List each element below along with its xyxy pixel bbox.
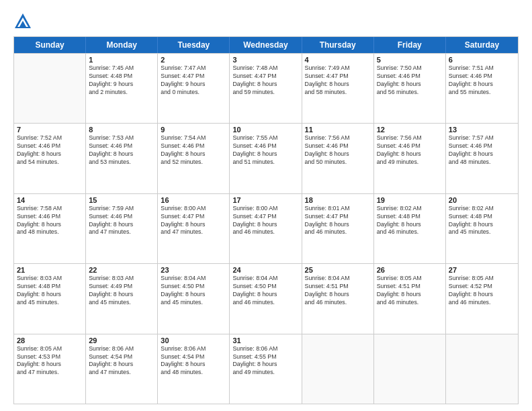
- day-number: 4: [305, 56, 371, 64]
- day-info: Sunrise: 7:55 AM Sunset: 4:46 PM Dayligh…: [232, 134, 298, 167]
- day-number: 25: [305, 266, 371, 274]
- day-info: Sunrise: 8:02 AM Sunset: 4:48 PM Dayligh…: [449, 205, 515, 237]
- header-day-tuesday: Tuesday: [158, 37, 230, 53]
- day-info: Sunrise: 7:50 AM Sunset: 4:46 PM Dayligh…: [377, 64, 443, 97]
- day-number: 28: [17, 336, 83, 345]
- day-number: 29: [89, 336, 154, 345]
- day-info: Sunrise: 8:01 AM Sunset: 4:47 PM Dayligh…: [305, 205, 371, 237]
- calendar-cell: 21Sunrise: 8:03 AM Sunset: 4:48 PM Dayli…: [14, 264, 86, 333]
- calendar-cell: 13Sunrise: 7:57 AM Sunset: 4:46 PM Dayli…: [446, 124, 518, 193]
- header-day-thursday: Thursday: [302, 37, 374, 53]
- week-row-3: 14Sunrise: 7:58 AM Sunset: 4:46 PM Dayli…: [14, 193, 518, 263]
- calendar-cell: 29Sunrise: 8:06 AM Sunset: 4:54 PM Dayli…: [86, 334, 158, 404]
- calendar-cell: 23Sunrise: 8:04 AM Sunset: 4:50 PM Dayli…: [158, 264, 230, 333]
- calendar-body: 1Sunrise: 7:45 AM Sunset: 4:48 PM Daylig…: [14, 53, 518, 404]
- week-row-5: 28Sunrise: 8:05 AM Sunset: 4:53 PM Dayli…: [14, 334, 518, 404]
- calendar-cell: 12Sunrise: 7:56 AM Sunset: 4:46 PM Dayli…: [374, 124, 446, 193]
- day-number: 19: [377, 196, 443, 204]
- calendar-cell: 17Sunrise: 8:00 AM Sunset: 4:47 PM Dayli…: [230, 194, 302, 263]
- calendar-cell: 16Sunrise: 8:00 AM Sunset: 4:47 PM Dayli…: [158, 194, 230, 263]
- calendar-cell: 28Sunrise: 8:05 AM Sunset: 4:53 PM Dayli…: [14, 334, 86, 404]
- calendar-cell: 7Sunrise: 7:52 AM Sunset: 4:46 PM Daylig…: [14, 124, 86, 193]
- day-info: Sunrise: 8:06 AM Sunset: 4:54 PM Dayligh…: [161, 345, 226, 377]
- day-number: 13: [449, 126, 515, 134]
- calendar-cell: 27Sunrise: 8:05 AM Sunset: 4:52 PM Dayli…: [446, 264, 518, 333]
- day-number: 24: [232, 266, 298, 274]
- header: [13, 12, 519, 31]
- day-info: Sunrise: 7:53 AM Sunset: 4:46 PM Dayligh…: [89, 134, 154, 167]
- day-info: Sunrise: 7:58 AM Sunset: 4:46 PM Dayligh…: [17, 205, 83, 237]
- calendar-cell: 3Sunrise: 7:48 AM Sunset: 4:47 PM Daylig…: [230, 54, 302, 123]
- day-info: Sunrise: 8:03 AM Sunset: 4:49 PM Dayligh…: [89, 275, 154, 307]
- week-row-1: 1Sunrise: 7:45 AM Sunset: 4:48 PM Daylig…: [14, 53, 518, 123]
- day-info: Sunrise: 8:06 AM Sunset: 4:55 PM Dayligh…: [232, 345, 298, 377]
- header-day-sunday: Sunday: [14, 37, 86, 53]
- day-info: Sunrise: 8:04 AM Sunset: 4:50 PM Dayligh…: [232, 275, 298, 307]
- day-number: 14: [17, 196, 83, 204]
- day-info: Sunrise: 8:03 AM Sunset: 4:48 PM Dayligh…: [17, 275, 83, 307]
- calendar-cell: 9Sunrise: 7:54 AM Sunset: 4:46 PM Daylig…: [158, 124, 230, 193]
- day-number: 31: [232, 336, 298, 345]
- day-info: Sunrise: 8:05 AM Sunset: 4:53 PM Dayligh…: [17, 345, 83, 377]
- day-number: 9: [161, 126, 226, 134]
- week-row-4: 21Sunrise: 8:03 AM Sunset: 4:48 PM Dayli…: [14, 263, 518, 333]
- day-number: 18: [305, 196, 371, 204]
- day-info: Sunrise: 8:00 AM Sunset: 4:47 PM Dayligh…: [232, 205, 298, 237]
- calendar-cell: 19Sunrise: 8:02 AM Sunset: 4:48 PM Dayli…: [374, 194, 446, 263]
- calendar-cell: 25Sunrise: 8:04 AM Sunset: 4:51 PM Dayli…: [302, 264, 374, 333]
- calendar-cell: [302, 334, 374, 404]
- page: SundayMondayTuesdayWednesdayThursdayFrid…: [0, 0, 532, 411]
- day-info: Sunrise: 8:04 AM Sunset: 4:50 PM Dayligh…: [161, 275, 226, 307]
- day-info: Sunrise: 7:56 AM Sunset: 4:46 PM Dayligh…: [377, 134, 443, 167]
- calendar-cell: 14Sunrise: 7:58 AM Sunset: 4:46 PM Dayli…: [14, 194, 86, 263]
- day-number: 20: [449, 196, 515, 204]
- calendar-cell: 31Sunrise: 8:06 AM Sunset: 4:55 PM Dayli…: [230, 334, 302, 404]
- calendar-cell: 30Sunrise: 8:06 AM Sunset: 4:54 PM Dayli…: [158, 334, 230, 404]
- calendar-cell: 11Sunrise: 7:56 AM Sunset: 4:46 PM Dayli…: [302, 124, 374, 193]
- day-number: 23: [161, 266, 226, 274]
- day-info: Sunrise: 8:05 AM Sunset: 4:51 PM Dayligh…: [377, 275, 443, 307]
- day-number: 30: [161, 336, 226, 345]
- day-number: 22: [89, 266, 154, 274]
- header-day-friday: Friday: [374, 37, 446, 53]
- day-info: Sunrise: 7:49 AM Sunset: 4:47 PM Dayligh…: [305, 64, 371, 97]
- calendar-cell: 15Sunrise: 7:59 AM Sunset: 4:46 PM Dayli…: [86, 194, 158, 263]
- calendar-cell: 26Sunrise: 8:05 AM Sunset: 4:51 PM Dayli…: [374, 264, 446, 333]
- day-number: 17: [232, 196, 298, 204]
- day-info: Sunrise: 8:02 AM Sunset: 4:48 PM Dayligh…: [377, 205, 443, 237]
- day-number: 10: [232, 126, 298, 134]
- day-number: 6: [449, 56, 515, 64]
- day-info: Sunrise: 7:59 AM Sunset: 4:46 PM Dayligh…: [89, 205, 154, 237]
- day-info: Sunrise: 7:52 AM Sunset: 4:46 PM Dayligh…: [17, 134, 83, 167]
- day-info: Sunrise: 7:57 AM Sunset: 4:46 PM Dayligh…: [449, 134, 515, 167]
- day-number: 21: [17, 266, 83, 274]
- day-number: 1: [89, 56, 154, 64]
- day-number: 7: [17, 126, 83, 134]
- day-info: Sunrise: 7:56 AM Sunset: 4:46 PM Dayligh…: [305, 134, 371, 167]
- calendar-cell: 8Sunrise: 7:53 AM Sunset: 4:46 PM Daylig…: [86, 124, 158, 193]
- header-day-monday: Monday: [86, 37, 158, 53]
- calendar-cell: 1Sunrise: 7:45 AM Sunset: 4:48 PM Daylig…: [86, 54, 158, 123]
- logo: [13, 12, 35, 31]
- day-info: Sunrise: 8:05 AM Sunset: 4:52 PM Dayligh…: [449, 275, 515, 307]
- day-info: Sunrise: 8:04 AM Sunset: 4:51 PM Dayligh…: [305, 275, 371, 307]
- day-number: 2: [161, 56, 226, 64]
- day-number: 16: [161, 196, 226, 204]
- calendar-cell: [446, 334, 518, 404]
- day-number: 8: [89, 126, 154, 134]
- calendar-cell: 2Sunrise: 7:47 AM Sunset: 4:47 PM Daylig…: [158, 54, 230, 123]
- header-day-saturday: Saturday: [446, 37, 518, 53]
- day-info: Sunrise: 7:48 AM Sunset: 4:47 PM Dayligh…: [232, 64, 298, 97]
- calendar-cell: 5Sunrise: 7:50 AM Sunset: 4:46 PM Daylig…: [374, 54, 446, 123]
- day-info: Sunrise: 8:06 AM Sunset: 4:54 PM Dayligh…: [89, 345, 154, 377]
- day-info: Sunrise: 7:47 AM Sunset: 4:47 PM Dayligh…: [161, 64, 226, 97]
- day-number: 26: [377, 266, 443, 274]
- header-day-wednesday: Wednesday: [230, 37, 302, 53]
- calendar-cell: 24Sunrise: 8:04 AM Sunset: 4:50 PM Dayli…: [230, 264, 302, 333]
- calendar-cell: 4Sunrise: 7:49 AM Sunset: 4:47 PM Daylig…: [302, 54, 374, 123]
- calendar-cell: 20Sunrise: 8:02 AM Sunset: 4:48 PM Dayli…: [446, 194, 518, 263]
- calendar-cell: 10Sunrise: 7:55 AM Sunset: 4:46 PM Dayli…: [230, 124, 302, 193]
- calendar-cell: 22Sunrise: 8:03 AM Sunset: 4:49 PM Dayli…: [86, 264, 158, 333]
- day-number: 5: [377, 56, 443, 64]
- calendar-cell: 6Sunrise: 7:51 AM Sunset: 4:46 PM Daylig…: [446, 54, 518, 123]
